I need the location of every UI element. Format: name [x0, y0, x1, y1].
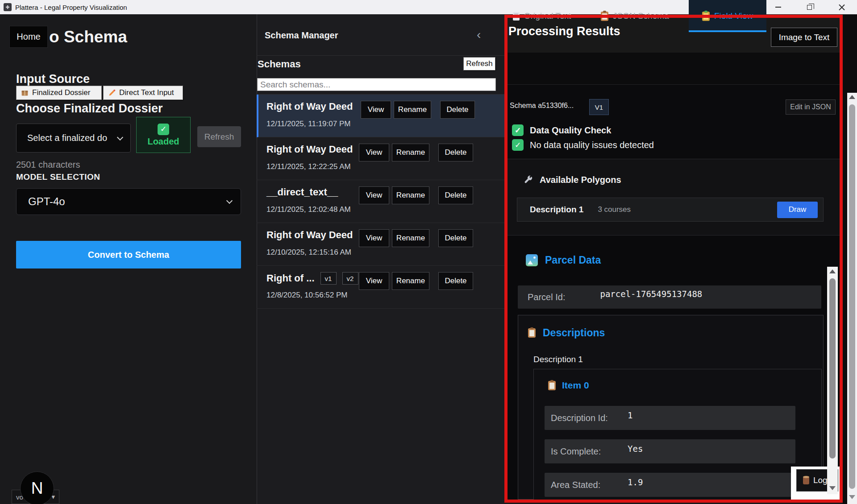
- field-row-area-stated: Area Stated: 1.9: [545, 473, 795, 497]
- view-button[interactable]: View: [359, 144, 389, 161]
- schema-list-item[interactable]: Right of Way Deed 12/11/2025, 12:22:25 A…: [257, 137, 504, 180]
- delete-label: Delete: [445, 234, 466, 243]
- restore-button[interactable]: [799, 0, 820, 14]
- view-label: View: [366, 148, 383, 157]
- field-row-is-complete: Is Complete: Yes: [545, 439, 795, 463]
- choose-dossier-heading: Choose Finalized Dossier: [16, 102, 163, 116]
- descriptions-card: Descriptions Description 1 Item 0 Descri…: [518, 315, 824, 500]
- clipboard-icon: [528, 328, 536, 338]
- schema-list-item[interactable]: Right of Way Deed 12/11/2025, 11:19:07 P…: [257, 95, 504, 137]
- inner-scrollbar[interactable]: [827, 267, 838, 494]
- results-tab-bar: [508, 53, 840, 85]
- page-title: o Schema: [49, 28, 127, 46]
- delete-button[interactable]: Delete: [438, 229, 473, 247]
- package-icon: [21, 89, 29, 97]
- close-button[interactable]: [831, 0, 852, 14]
- tab-finalized-dossier-label: Finalized Dossier: [32, 88, 90, 97]
- draw-button[interactable]: Draw: [777, 202, 818, 218]
- collapse-panel-icon[interactable]: ‹: [477, 28, 481, 42]
- chevron-down-icon: [226, 198, 233, 204]
- scroll-down-icon[interactable]: [829, 486, 836, 490]
- schema-list-item[interactable]: Right of Way Deed 12/10/2025, 12:15:16 A…: [257, 223, 504, 266]
- view-button[interactable]: View: [359, 229, 389, 247]
- rename-button[interactable]: Rename: [392, 186, 429, 204]
- data-quality-message: No data quality issues detected: [530, 140, 654, 150]
- delete-button[interactable]: Delete: [438, 186, 473, 204]
- tab-direct-text-input-label: Direct Text Input: [119, 88, 174, 97]
- clipboard-icon: [601, 12, 608, 21]
- schema-list-item[interactable]: Right of ... v1 v2 12/8/2025, 10:56:52 P…: [257, 266, 504, 309]
- rename-button[interactable]: Rename: [392, 144, 429, 161]
- schema-list-item[interactable]: __direct_text__ 12/11/2025, 12:02:48 AM …: [257, 180, 504, 223]
- view-button[interactable]: View: [361, 101, 391, 119]
- rename-button[interactable]: Rename: [392, 272, 429, 290]
- schemas-refresh-button[interactable]: Refresh: [463, 57, 495, 70]
- field-label: Area Stated:: [551, 480, 600, 490]
- model-select-value: GPT-4o: [28, 195, 227, 208]
- tab-finalized-dossier[interactable]: Finalized Dossier: [16, 86, 102, 100]
- version-badge-v1[interactable]: v1: [320, 272, 337, 285]
- minimize-icon: [775, 7, 781, 8]
- delete-button[interactable]: Delete: [438, 144, 473, 161]
- dossier-refresh-label: Refresh: [204, 132, 234, 142]
- schema-version-badge[interactable]: V1: [589, 99, 609, 115]
- delete-button[interactable]: Delete: [438, 272, 473, 290]
- window-scrollbar-thumb[interactable]: [849, 104, 855, 489]
- chevron-down-icon: [117, 134, 123, 140]
- rename-button[interactable]: Rename: [394, 101, 431, 119]
- scroll-up-icon[interactable]: [829, 269, 836, 273]
- avatar-letter: N: [31, 479, 43, 498]
- data-quality-message-row: ✓ No data quality issues detected: [512, 139, 654, 151]
- version-badge-v2[interactable]: v2: [342, 272, 358, 285]
- schema-reference: Schema a51330f6...: [510, 102, 574, 110]
- available-polygons-heading: Available Polygons: [524, 175, 621, 185]
- tab-original-text[interactable]: Original Text: [513, 0, 571, 32]
- rename-label: Rename: [396, 148, 425, 157]
- rename-button[interactable]: Rename: [392, 229, 429, 247]
- avatar[interactable]: N: [20, 471, 54, 504]
- clipboard-icon: [548, 381, 556, 390]
- field-value: Yes: [628, 444, 643, 454]
- draw-button-label: Draw: [789, 205, 807, 214]
- tab-field-view[interactable]: Field View: [689, 0, 766, 32]
- view-label: View: [368, 105, 384, 114]
- restore-icon: [807, 5, 812, 10]
- item-heading: Item 0: [548, 380, 589, 391]
- delete-label: Delete: [445, 148, 466, 157]
- polygon-course-count: 3 courses: [598, 205, 777, 214]
- view-label: View: [366, 234, 383, 243]
- loaded-status: ✓ Loaded: [136, 117, 191, 153]
- image-icon: [526, 254, 538, 266]
- window-scrollbar[interactable]: [847, 93, 857, 504]
- schema-item-name: Right of Way Deed: [266, 101, 353, 112]
- parcel-id-label: Parcel Id:: [528, 292, 565, 302]
- scroll-up-icon[interactable]: [849, 95, 855, 99]
- minimize-button[interactable]: [768, 0, 788, 14]
- edit-in-json-button[interactable]: Edit in JSON: [786, 99, 836, 115]
- parcel-id-value: parcel-1765495137488: [600, 289, 702, 299]
- dossier-select[interactable]: Select a finalized do: [16, 124, 131, 153]
- image-to-text-label: Image to Text: [779, 33, 830, 42]
- rename-label: Rename: [398, 105, 427, 114]
- tab-json-schema[interactable]: JSON Schema: [601, 0, 669, 32]
- search-input[interactable]: [257, 78, 496, 91]
- scroll-down-icon[interactable]: [849, 495, 855, 499]
- inner-scrollbar-thumb[interactable]: [829, 278, 836, 459]
- field-value: 1.9: [628, 477, 643, 487]
- app-puzzle-icon: [4, 3, 12, 11]
- delete-label: Delete: [445, 277, 466, 285]
- view-button[interactable]: View: [359, 272, 389, 290]
- polygon-name: Description 1: [530, 205, 583, 215]
- dossier-refresh-button[interactable]: Refresh: [197, 126, 241, 147]
- model-select[interactable]: GPT-4o: [16, 188, 241, 215]
- view-button[interactable]: View: [359, 186, 389, 204]
- home-button[interactable]: Home: [9, 26, 48, 48]
- check-icon: ✓: [158, 124, 169, 135]
- descriptions-title: Descriptions: [543, 327, 605, 339]
- available-polygons-title: Available Polygons: [540, 175, 621, 185]
- image-to-text-button[interactable]: Image to Text: [771, 28, 837, 47]
- convert-to-schema-button[interactable]: Convert to Schema: [16, 241, 241, 269]
- delete-button[interactable]: Delete: [440, 101, 475, 119]
- tab-direct-text-input[interactable]: Direct Text Input: [103, 86, 183, 100]
- pencil-icon: [108, 89, 116, 97]
